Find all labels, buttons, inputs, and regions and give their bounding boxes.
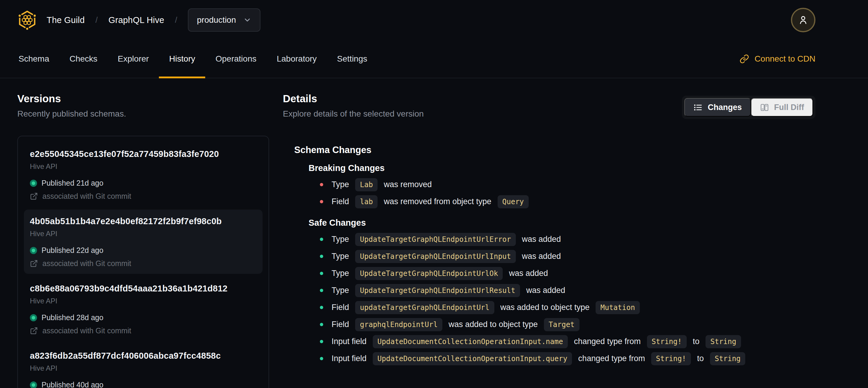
safe-bullet-icon	[320, 255, 323, 258]
change-row: Input field UpdateDocumentCollectionOper…	[309, 350, 815, 367]
version-list-item[interactable]: e2e55045345ce13fe07f52a77459b83fa3fe7020…	[24, 142, 262, 207]
link-icon	[740, 54, 749, 64]
code-chip: UpdateDocumentCollectionOperationInput.q…	[373, 352, 572, 365]
version-status-row: Published 40d ago	[30, 381, 256, 388]
details-header: Details Explore details of the selected …	[283, 92, 815, 119]
code-chip: String	[710, 352, 746, 365]
published-ago-label: Published 28d ago	[41, 313, 103, 322]
version-status-row: Published 21d ago	[30, 179, 256, 187]
version-git-row[interactable]: associated with Git commit	[30, 326, 256, 335]
published-status-dot	[30, 381, 37, 388]
versions-subtitle: Recently published schemas.	[17, 109, 269, 119]
code-chip: lab	[355, 195, 377, 208]
code-chip: UpdateTargetGraphQLEndpointUrlError	[355, 233, 516, 246]
change-text: was added	[520, 235, 561, 244]
change-text: Type	[332, 180, 351, 189]
hive-logo-icon[interactable]	[17, 10, 37, 30]
tab-schema[interactable]: Schema	[17, 40, 51, 78]
user-avatar[interactable]	[791, 8, 815, 32]
change-row: Field lab was removed from object type Q…	[309, 193, 815, 210]
tab-settings[interactable]: Settings	[336, 40, 368, 78]
code-chip: String!	[647, 335, 687, 348]
version-service-name: Hive API	[30, 297, 256, 305]
versions-list: e2e55045345ce13fe07f52a77459b83fa3fe7020…	[17, 136, 269, 388]
change-section: Safe Changes Type UpdateTargetGraphQLEnd…	[294, 218, 815, 367]
breadcrumb: The Guild / GraphQL Hive /	[46, 15, 177, 25]
changes-view-label: Changes	[708, 103, 742, 112]
version-list-item[interactable]: c8b6e88a06793b9c4dfd54aaa21b36a1b421d812…	[24, 277, 262, 341]
code-chip: Query	[498, 195, 529, 208]
change-text: Input field	[332, 354, 369, 363]
code-chip: graphqlEndpointUrl	[355, 318, 442, 331]
connect-to-cdn-button[interactable]: Connect to CDN	[740, 54, 815, 64]
code-chip: UpdateTargetGraphQLEndpointUrlResult	[355, 284, 520, 297]
details-title-block: Details Explore details of the selected …	[283, 92, 424, 119]
tab-checks[interactable]: Checks	[68, 40, 99, 78]
safe-bullet-icon	[320, 272, 323, 275]
change-rows: Type UpdateTargetGraphQLEndpointUrlError…	[309, 231, 815, 367]
breadcrumb-org[interactable]: The Guild	[46, 15, 85, 25]
version-hash: c8b6e88a06793b9c4dfd54aaa21b36a1b421d812	[30, 283, 256, 294]
schema-changes-sections: Breaking Changes Type Lab was removedFie…	[294, 163, 815, 367]
breaking-bullet-icon	[320, 183, 323, 186]
change-text: changed type from	[576, 354, 647, 363]
versions-title: Versions	[17, 92, 269, 105]
version-git-row[interactable]: associated with Git commit	[30, 259, 256, 268]
tab-laboratory[interactable]: Laboratory	[275, 40, 318, 78]
git-commit-label: associated with Git commit	[42, 259, 131, 268]
safe-bullet-icon	[320, 306, 323, 309]
columns-diff-icon	[760, 103, 769, 112]
published-ago-label: Published 22d ago	[41, 246, 103, 255]
version-list-item[interactable]: a823f6db2a55df877dcf406006abca97fcc4858c…	[24, 344, 262, 388]
published-ago-label: Published 40d ago	[41, 381, 103, 388]
full-diff-view-button[interactable]: Full Diff	[751, 98, 813, 117]
change-row: Field graphqlEndpointUrl was added to ob…	[309, 316, 815, 333]
breadcrumb-separator: /	[96, 16, 98, 25]
details-title: Details	[283, 92, 424, 105]
versions-panel: Versions Recently published schemas. e2e…	[17, 92, 269, 388]
safe-bullet-icon	[320, 357, 323, 360]
changes-view-button[interactable]: Changes	[684, 98, 751, 117]
change-row: Field updateTargetGraphQLEndpointUrl was…	[309, 299, 815, 316]
change-text: was added	[520, 252, 561, 261]
code-chip: String!	[651, 352, 691, 365]
external-link-icon	[30, 192, 38, 200]
breadcrumb-project[interactable]: GraphQL Hive	[108, 15, 164, 25]
version-list-item[interactable]: 4b05ab51b1b4a7e2e4b0ef82172f2b9f7ef98c0b…	[24, 210, 262, 274]
schema-changes-title: Schema Changes	[294, 145, 815, 155]
change-text: Type	[332, 286, 351, 295]
code-chip: updateTargetGraphQLEndpointUrl	[355, 301, 494, 314]
published-status-dot	[30, 180, 37, 187]
details-panel: Details Explore details of the selected …	[283, 92, 815, 367]
published-ago-label: Published 21d ago	[41, 179, 103, 187]
safe-bullet-icon	[320, 289, 323, 292]
published-status-dot	[30, 247, 37, 254]
version-hash: a823f6db2a55df877dcf406006abca97fcc4858c	[30, 350, 256, 361]
change-section-title: Breaking Changes	[309, 163, 815, 173]
version-service-name: Hive API	[30, 229, 256, 238]
change-text: was added to object type	[446, 320, 540, 329]
version-git-row[interactable]: associated with Git commit	[30, 192, 256, 201]
full-diff-view-label: Full Diff	[774, 103, 804, 112]
change-text: was removed from object type	[381, 197, 493, 206]
change-text: was added	[524, 286, 565, 295]
code-chip: Mutation	[596, 301, 640, 314]
change-text: Field	[332, 197, 351, 206]
change-text: changed type from	[572, 337, 643, 346]
target-selector-dropdown[interactable]: production	[188, 8, 260, 32]
safe-bullet-icon	[320, 323, 323, 326]
version-status-row: Published 22d ago	[30, 246, 256, 255]
tab-explorer[interactable]: Explorer	[117, 40, 150, 78]
code-chip: UpdateDocumentCollectionOperationInput.n…	[373, 335, 568, 348]
tab-history[interactable]: History	[168, 40, 196, 78]
change-text: Type	[332, 269, 351, 278]
code-chip: Lab	[355, 178, 377, 191]
breaking-bullet-icon	[320, 200, 323, 203]
change-row: Input field UpdateDocumentCollectionOper…	[309, 333, 815, 350]
change-section-title: Safe Changes	[309, 218, 815, 228]
version-hash: 4b05ab51b1b4a7e2e4b0ef82172f2b9f7ef98c0b	[30, 215, 256, 227]
git-commit-label: associated with Git commit	[42, 192, 131, 201]
change-text: to	[690, 337, 702, 346]
tab-operations[interactable]: Operations	[214, 40, 257, 78]
safe-bullet-icon	[320, 238, 323, 241]
